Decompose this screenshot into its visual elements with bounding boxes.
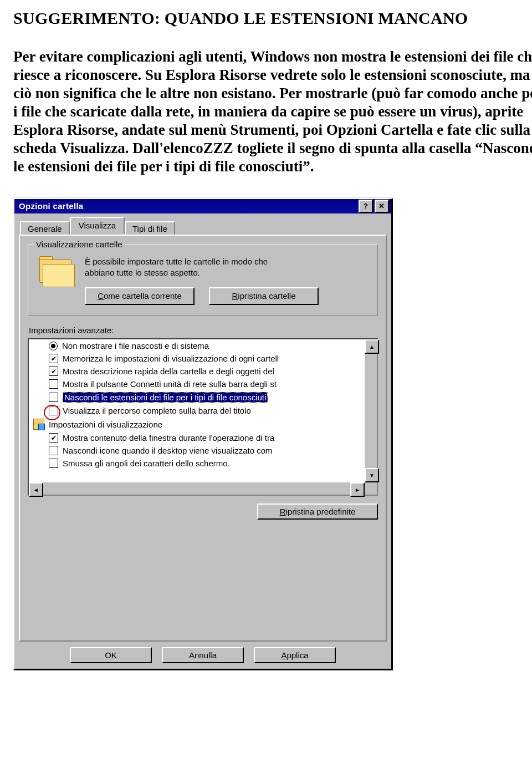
checkbox-icon[interactable] [49,459,58,468]
scroll-left-icon[interactable]: ◄ [29,482,43,497]
scroll-up-icon[interactable]: ▲ [365,339,379,354]
button-applica[interactable]: Applica [254,647,336,663]
tab-generale[interactable]: Generale [20,221,70,236]
titlebar: Opzioni cartella ? ✕ [14,199,391,213]
folder-icon [37,256,75,287]
checkbox-icon[interactable]: ✔ [49,354,58,363]
list-item[interactable]: Smussa gli angoli dei caratteri dello sc… [29,457,365,470]
button-come-cartella-corrente[interactable]: Come cartella corrente [85,287,195,305]
dialog-opzioni-cartella: Opzioni cartella ? ✕ Generale Visualizza… [13,198,392,670]
label-impostazioni-avanzate: Impostazioni avanzate: [29,325,378,335]
tab-visualizza[interactable]: Visualizza [70,217,125,235]
article-paragraph: Per evitare complicazioni agli utenti, W… [13,48,532,176]
button-ripristina-cartelle[interactable]: Ripristina cartelle [209,287,319,305]
tab-tipi-di-file[interactable]: Tipi di file [125,221,175,236]
dialog-footer: OK Annulla Applica [19,642,387,663]
checkbox-icon[interactable] [49,379,58,389]
list-item[interactable]: Visualizza il percorso completo sulla ba… [29,404,365,417]
list-item[interactable]: ✔Mostra contenuto della finestra durante… [29,431,365,444]
list-item[interactable]: Mostra il pulsante Connetti unità di ret… [29,378,365,390]
vertical-scrollbar[interactable]: ▲ ▼ [365,339,377,482]
groupbox-description: È possibile impostare tutte le cartelle … [85,256,319,306]
window-title: Opzioni cartella [19,201,84,211]
checkbox-icon[interactable]: ✔ [49,433,58,442]
button-annulla[interactable]: Annulla [162,647,244,663]
checkbox-icon[interactable] [49,406,58,415]
list-item[interactable]: Nascondi icone quando il desktop viene v… [29,444,365,457]
list-item[interactable]: Impostazioni di visualizzazione [29,417,365,431]
close-button[interactable]: ✕ [375,200,389,213]
list-item[interactable]: ✔Memorizza le impostazioni di visualizza… [29,352,365,365]
list-item[interactable]: Non mostrare i file nascosti e di sistem… [29,339,365,352]
list-item[interactable]: Nascondi le estensioni dei file per i ti… [29,390,365,404]
scroll-down-icon[interactable]: ▼ [365,468,379,482]
help-button[interactable]: ? [359,200,373,213]
groupbox-legend: Visualizzazione cartelle [34,240,125,249]
list-item[interactable]: ✔Mostra descrizione rapida della cartell… [29,365,365,378]
article-heading: SUGGERIMENTO: QUANDO LE ESTENSIONI MANCA… [13,9,532,28]
button-ripristina-predefinite[interactable]: Ripristina predefinite [257,503,378,520]
checkbox-icon[interactable]: ✔ [49,367,58,376]
button-ok[interactable]: OK [70,647,152,663]
radio-icon[interactable] [49,342,58,350]
tab-strip: Generale Visualizza Tipi di file [20,217,387,235]
tabpanel-visualizza: Visualizzazione cartelle È possibile imp… [19,235,387,642]
settings-section-icon [33,419,44,430]
checkbox-icon[interactable] [49,446,58,455]
horizontal-scrollbar[interactable]: ◄ ► [29,482,365,495]
scroll-right-icon[interactable]: ► [350,482,365,497]
groupbox-visualizzazione-cartelle: Visualizzazione cartelle È possibile imp… [28,245,378,316]
checkbox-icon[interactable] [49,393,58,402]
advanced-settings-list[interactable]: Non mostrare i file nascosti e di sistem… [28,338,378,496]
